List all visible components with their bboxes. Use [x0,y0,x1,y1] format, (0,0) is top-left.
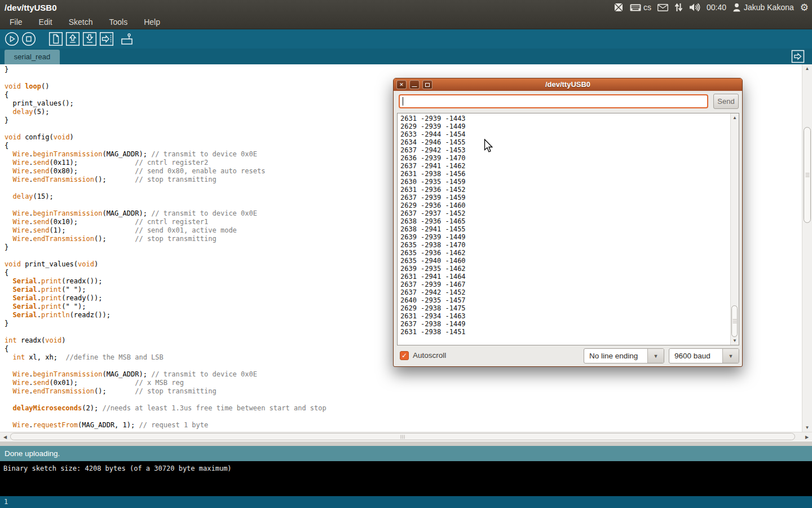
editor-hscrollbar-thumb[interactable] [10,433,795,440]
status-bar: Done uploading. [0,446,812,461]
serial-monitor-title: /dev/ttyUSB0 [394,78,742,91]
thumb-grip [732,318,736,325]
scroll-left-icon[interactable]: ◀ [2,435,8,440]
baud-rate-dropdown[interactable]: 9600 baud ▼ [669,348,739,364]
mail-icon[interactable] [657,4,668,11]
window-title: /dev/ttyUSB0 [5,2,57,14]
dropdown-arrow-icon[interactable]: ▼ [647,349,664,363]
menu-file[interactable]: File [7,16,25,28]
stop-icon [21,32,36,46]
open-button[interactable] [64,30,81,47]
menu-help[interactable]: Help [141,16,163,28]
editor-scrollbar-thumb[interactable] [804,127,811,223]
serial-monitor-button[interactable] [118,30,135,47]
scroll-right-icon[interactable]: ▶ [804,435,810,440]
scroll-up-icon[interactable]: ▲ [802,66,812,71]
save-icon [82,32,97,46]
dropdown-arrow-icon[interactable]: ▼ [722,349,739,363]
arrow-right-icon [791,50,805,63]
serial-output-area[interactable]: 2631 -2939 -1443 2629 -2939 -1449 2633 -… [397,113,739,345]
verify-icon [5,32,19,46]
upload-button[interactable] [98,30,115,47]
user-icon [732,3,741,12]
baud-rate-value: 9600 baud [674,349,710,363]
scroll-down-icon[interactable]: ▼ [731,338,739,343]
text-caret [403,97,403,106]
username-label[interactable]: Jakub Kakona [744,3,794,12]
serial-scrollbar[interactable]: ▲ ▼ [730,113,739,345]
session-gear-icon[interactable]: ⚙ [800,3,809,12]
scroll-up-icon[interactable]: ▲ [731,115,739,120]
tab-bar: serial_read [0,49,812,64]
tab-menu-button[interactable] [791,50,805,63]
editor-vertical-scrollbar[interactable]: ▲ ▼ [802,64,812,432]
desktop: /dev/ttyUSB0 cs [0,0,812,508]
line-ending-dropdown[interactable]: No line ending ▼ [584,348,664,364]
serial-monitor-titlebar[interactable]: ✕ — /dev/ttyUSB0 [394,78,742,91]
clock[interactable]: 00:40 [707,3,726,12]
menu-tools[interactable]: Tools [107,16,131,28]
menu-edit[interactable]: Edit [36,16,55,28]
tab-serial-read[interactable]: serial_read [5,50,60,64]
line-number-strip: 1 [0,496,812,508]
stop-button[interactable] [20,30,37,47]
new-sketch-icon [48,32,63,46]
serial-input[interactable] [399,94,708,108]
serial-monitor-icon [119,32,135,46]
ide-toolbar [0,29,812,49]
top-panel: /dev/ttyUSB0 cs [0,0,812,29]
divider [0,441,812,446]
menu-sketch[interactable]: Sketch [66,16,96,28]
keyboard-layout-icon[interactable] [630,4,641,11]
menu-bar: File Edit Sketch Tools Help [0,15,163,29]
autoscroll-checkbox[interactable]: ✓ [400,351,409,360]
thumb-grip [805,172,809,178]
save-button[interactable] [81,30,98,47]
editor-horizontal-scrollbar[interactable]: ◀ ▶ [0,432,812,441]
serial-monitor-footer: ✓ Autoscroll No line ending ▼ 9600 baud … [394,345,742,367]
thumb-grip [401,435,405,439]
check-icon: ✓ [401,352,407,359]
serial-monitor-window: ✕ — /dev/ttyUSB0 Send 2631 -2939 -1443 2… [393,78,743,367]
open-icon [65,32,80,46]
network-sync-icon[interactable] [674,3,683,12]
code-lines: } void loop(){ print_values(); delay(5);… [5,65,326,430]
serial-scrollbar-thumb[interactable] [731,305,738,337]
autoscroll-label: Autoscroll [413,351,446,360]
indicator-icon[interactable] [614,2,624,12]
verify-button[interactable] [3,30,20,47]
serial-output: 2631 -2939 -1443 2629 -2939 -1449 2633 -… [400,115,466,336]
build-console: Binary sketch size: 4208 bytes (of a 307… [0,461,812,496]
send-button[interactable]: Send [713,94,739,109]
line-ending-value: No line ending [589,349,638,363]
scroll-down-icon[interactable]: ▼ [802,425,812,430]
system-tray: cs 00:40 Jakub Kak [614,0,809,15]
upload-icon [99,32,114,46]
new-sketch-button[interactable] [47,30,64,47]
volume-icon[interactable] [689,3,700,12]
keyboard-layout-label[interactable]: cs [643,3,651,12]
